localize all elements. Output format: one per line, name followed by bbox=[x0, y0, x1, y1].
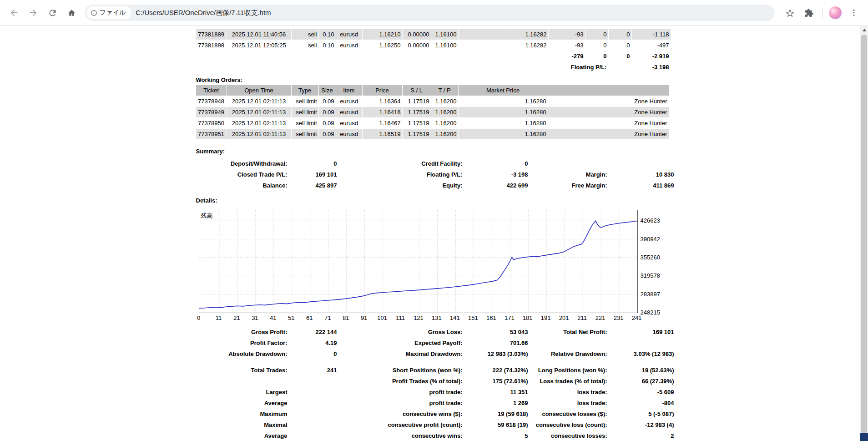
stat-label: Total Net Profit: bbox=[529, 326, 608, 337]
stat-label: Average bbox=[196, 430, 288, 441]
stat-label: profit trade: bbox=[338, 397, 464, 408]
stat-value: -804 bbox=[608, 397, 675, 408]
stat-value: 19 (59 618) bbox=[464, 408, 529, 419]
reload-icon bbox=[48, 8, 57, 18]
summary-table: Deposit/Withdrawal:0Credit Facility:0Clo… bbox=[196, 158, 675, 191]
stat-value bbox=[288, 375, 338, 386]
stat-value bbox=[288, 430, 338, 441]
stat-value: 175 (72.61%) bbox=[464, 375, 529, 386]
stat-value: 425 897 bbox=[288, 180, 338, 191]
stat-label: Maximum bbox=[196, 408, 288, 419]
stat-value: 12 983 (3.03%) bbox=[464, 348, 529, 359]
stat-label: Maximal Drawdown: bbox=[338, 348, 464, 359]
forward-button[interactable] bbox=[25, 5, 41, 20]
stat-label: Balance: bbox=[196, 180, 288, 191]
working-order-row: 773789492025.12.01 02:11:13sell limit0.0… bbox=[196, 107, 669, 117]
chart-title: 残高 bbox=[201, 212, 213, 220]
scrollbar-bottom-block bbox=[860, 433, 868, 441]
balance-line bbox=[199, 221, 637, 308]
bookmark-button[interactable] bbox=[782, 5, 797, 20]
stat-value: 222 (74.32%) bbox=[464, 365, 529, 375]
stats-row: Profit Factor:4.19Expected Payoff:701.66 bbox=[196, 337, 675, 348]
address-bar[interactable]: ファイル C:/Users/USER/OneDrive/画像/7.11収支.ht… bbox=[85, 5, 775, 21]
stat-label: Average bbox=[196, 397, 288, 408]
stat-value: 66 (27.39%) bbox=[608, 375, 675, 386]
stats-row: Gross Profit:222 144Gross Loss:53 043Tot… bbox=[196, 326, 675, 337]
spacer-row bbox=[196, 359, 675, 365]
x-axis-tick-label: 51 bbox=[288, 314, 294, 321]
closed-trades-table: 773818892025.12.01 11:40:56sell0.10eurus… bbox=[196, 29, 671, 73]
info-icon bbox=[91, 10, 97, 16]
scrollbar-thumb[interactable] bbox=[861, 35, 867, 434]
balance-chart: 残高 2482152838973195783552603909424266230… bbox=[196, 210, 665, 322]
stat-value: 3.03% (12 983) bbox=[608, 348, 675, 359]
y-axis-tick-label: 283897 bbox=[641, 291, 672, 298]
x-axis-tick-label: 0 bbox=[197, 314, 200, 321]
file-scheme-chip[interactable]: ファイル bbox=[87, 6, 131, 19]
stat-value: 0 bbox=[288, 158, 338, 169]
x-axis-tick-label: 241 bbox=[632, 314, 642, 321]
stats-row: Absolute Drawdown:0Maximal Drawdown:12 9… bbox=[196, 348, 675, 359]
profile-avatar[interactable] bbox=[829, 6, 842, 19]
stat-value: -5 609 bbox=[608, 386, 675, 397]
stat-label: Deposit/Withdrawal: bbox=[196, 158, 288, 169]
floating-pl-value: -3 198 bbox=[632, 62, 671, 72]
working-orders-header-row: TicketOpen TimeTypeSizeItemPriceS / LT /… bbox=[196, 85, 669, 96]
summary-heading: Summary: bbox=[196, 148, 665, 156]
menu-button[interactable] bbox=[846, 5, 862, 20]
stat-label bbox=[529, 337, 608, 348]
x-axis-tick-label: 81 bbox=[343, 314, 349, 321]
y-axis-tick-label: 426623 bbox=[641, 217, 672, 224]
working-order-row: 773789512025.12.01 02:11:13sell limit0.0… bbox=[196, 129, 669, 139]
y-axis-tick-label: 319578 bbox=[641, 272, 672, 279]
stat-label: Credit Facility: bbox=[338, 158, 464, 169]
stat-value: 422 699 bbox=[464, 180, 529, 191]
working-orders-table: TicketOpen TimeTypeSizeItemPriceS / LT /… bbox=[196, 85, 669, 140]
vertical-scrollbar[interactable] bbox=[860, 26, 868, 441]
extensions-button[interactable] bbox=[801, 5, 817, 20]
scrollbar-up-arrow[interactable] bbox=[860, 26, 868, 34]
x-axis-tick-label: 41 bbox=[270, 314, 276, 321]
stat-value bbox=[288, 386, 338, 397]
stats-row: Profit Trades (% of total):175 (72.61%)L… bbox=[196, 375, 675, 386]
stat-label: Relative Drawdown: bbox=[529, 348, 608, 359]
stat-label: Equity: bbox=[338, 180, 464, 191]
x-axis-tick-label: 181 bbox=[523, 314, 533, 321]
stat-label: Maximal bbox=[196, 419, 288, 430]
stats-row: Averageprofit trade:1 269loss trade:-804 bbox=[196, 397, 675, 408]
summary-row: Balance:425 897Equity:422 699Free Margin… bbox=[196, 180, 675, 191]
x-axis-tick-label: 161 bbox=[486, 314, 496, 321]
stat-label: Profit Factor: bbox=[196, 337, 288, 348]
stat-label: Gross Loss: bbox=[338, 326, 464, 337]
kebab-menu-icon bbox=[849, 8, 858, 17]
home-icon bbox=[67, 8, 76, 18]
chip-label: ファイル bbox=[100, 9, 126, 17]
stat-value bbox=[288, 419, 338, 430]
stat-label: profit trade: bbox=[338, 386, 464, 397]
working-order-row: 773789482025.12.01 02:11:13sell limit0.0… bbox=[196, 96, 669, 106]
stat-label: loss trade: bbox=[529, 397, 608, 408]
home-button[interactable] bbox=[64, 5, 79, 20]
stat-label: Long Positions (won %): bbox=[529, 365, 608, 375]
closed-trade-row: 773818892025.12.01 11:40:56sell0.10eurus… bbox=[196, 29, 671, 40]
x-axis-tick-label: 201 bbox=[559, 314, 569, 321]
stat-label: consecutive losses ($): bbox=[529, 408, 608, 419]
stat-label: consecutive wins: bbox=[338, 430, 464, 441]
stat-label: Closed Trade P/L: bbox=[196, 169, 288, 180]
x-axis-tick-label: 131 bbox=[432, 314, 442, 321]
floating-pl-row: Floating P/L:-3 198 bbox=[196, 62, 671, 72]
stat-label: Loss trades (% of total): bbox=[529, 375, 608, 386]
stat-value: 53 043 bbox=[464, 326, 529, 337]
stat-label: Profit Trades (% of total): bbox=[338, 375, 464, 386]
stat-label: Total Trades: bbox=[196, 365, 288, 375]
stat-label bbox=[529, 158, 608, 169]
reload-button[interactable] bbox=[45, 5, 60, 20]
x-axis-tick-label: 191 bbox=[541, 314, 551, 321]
browser-toolbar: ファイル C:/Users/USER/OneDrive/画像/7.11収支.ht… bbox=[0, 0, 868, 26]
y-axis-tick-label: 355260 bbox=[641, 254, 672, 261]
x-axis-tick-label: 71 bbox=[324, 314, 331, 321]
back-button[interactable] bbox=[6, 5, 22, 20]
stat-label: Largest bbox=[196, 386, 288, 397]
stat-value bbox=[288, 397, 338, 408]
summary-row: Closed Trade P/L:169 101Floating P/L:-3 … bbox=[196, 169, 675, 180]
